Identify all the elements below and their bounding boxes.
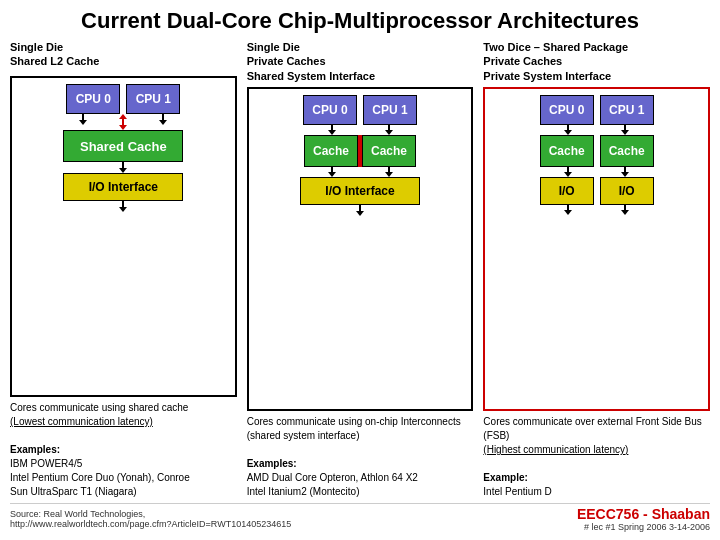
col3-diagram: CPU 0 CPU 1 Cache Ca — [483, 87, 710, 411]
col2-io: I/O Interface — [300, 177, 420, 205]
col1-shared-cache: Shared Cache — [63, 130, 183, 162]
col1-arrows — [63, 114, 183, 130]
footer: Source: Real World Technologies, http://… — [10, 503, 710, 532]
col3: Two Dice – Shared Package Private Caches… — [483, 40, 710, 499]
col2-header: Single Die Private Caches Shared System … — [247, 40, 474, 83]
col2-cpu1: CPU 1 — [363, 95, 417, 125]
col2-cpu0: CPU 0 — [303, 95, 357, 125]
col3-io-left: I/O — [540, 177, 594, 205]
col1-center-arrow — [119, 114, 127, 130]
col1-cpu1: CPU 1 — [126, 84, 180, 114]
col1-diagram: CPU 0 CPU 1 — [10, 76, 237, 397]
col1-header: Single Die Shared L2 Cache — [10, 40, 237, 72]
col3-header: Two Dice – Shared Package Private Caches… — [483, 40, 710, 83]
col2-cache-right: Cache — [362, 135, 416, 167]
col3-cpu0: CPU 0 — [540, 95, 594, 125]
col1-io: I/O Interface — [63, 173, 183, 201]
col3-cache-left: Cache — [540, 135, 594, 167]
col1-cache-io-arrow — [119, 162, 127, 173]
col3-cpu-cache-arrows — [540, 125, 654, 135]
col2-interconnect — [303, 167, 417, 177]
col1-right-arrow — [159, 114, 167, 130]
col2-cpu-cache-arrows — [303, 125, 417, 135]
col3-description: Cores communicate over external Front Si… — [483, 415, 710, 499]
col1-description: Cores communicate using shared cache (Lo… — [10, 401, 237, 499]
col2-diagram: CPU 0 CPU 1 Cache — [247, 87, 474, 411]
col1-io-bottom-arrow — [119, 201, 127, 212]
footer-left: Source: Real World Technologies, http://… — [10, 509, 291, 529]
col3-cache-row: Cache Cache — [540, 135, 654, 167]
col2-cpu-row: CPU 0 CPU 1 — [303, 95, 417, 125]
col3-cache-right: Cache — [600, 135, 654, 167]
col2: Single Die Private Caches Shared System … — [247, 40, 474, 499]
footer-course: EECC756 - Shaaban — [577, 506, 710, 522]
col1-cpu0: CPU 0 — [66, 84, 120, 114]
col2-description: Cores communicate using on-chip Intercon… — [247, 415, 474, 499]
footer-right-group: EECC756 - Shaaban # lec #1 Spring 2006 3… — [577, 506, 710, 532]
col3-io-bottom-arrows — [540, 205, 654, 215]
page-title: Current Dual-Core Chip-Multiprocessor Ar… — [10, 8, 710, 34]
columns-container: Single Die Shared L2 Cache CPU 0 CPU 1 — [10, 40, 710, 499]
col2-cache-left: Cache — [304, 135, 358, 167]
col3-io-row: I/O I/O — [540, 177, 654, 205]
col3-cache-io-arrows — [540, 167, 654, 177]
col1-cpu-row: CPU 0 CPU 1 — [66, 84, 180, 114]
col1-left-arrow — [79, 114, 87, 130]
col2-cache-row: Cache Cache — [304, 135, 416, 167]
col2-io-bottom-arrow — [356, 205, 364, 216]
footer-meta: # lec #1 Spring 2006 3-14-2006 — [577, 522, 710, 532]
col3-cpu1: CPU 1 — [600, 95, 654, 125]
col3-cpu-row: CPU 0 CPU 1 — [540, 95, 654, 125]
page: Current Dual-Core Chip-Multiprocessor Ar… — [0, 0, 720, 540]
col3-io-right: I/O — [600, 177, 654, 205]
col1: Single Die Shared L2 Cache CPU 0 CPU 1 — [10, 40, 237, 499]
